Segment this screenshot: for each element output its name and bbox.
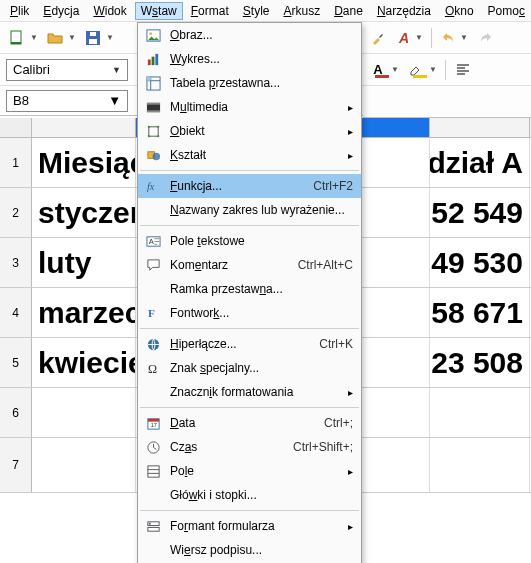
menu-narzedzia[interactable]: Narzędzia: [371, 2, 437, 20]
menu-item[interactable]: Pole▸: [138, 459, 361, 483]
row-head[interactable]: 3: [0, 238, 32, 287]
cell[interactable]: luty: [32, 238, 136, 287]
fx-icon: fx: [142, 177, 164, 195]
menu-item[interactable]: Formant formularza▸: [138, 514, 361, 538]
align-left-icon[interactable]: [454, 61, 472, 79]
menu-item-label: Formant formularza: [170, 519, 343, 533]
menu-item[interactable]: fxFunkcja...Ctrl+F2: [138, 174, 361, 198]
menu-wstaw[interactable]: Wstaw: [135, 2, 183, 20]
open-icon[interactable]: [44, 27, 66, 49]
cell[interactable]: 49 530: [430, 238, 530, 287]
cell[interactable]: styczeń: [32, 188, 136, 237]
menu-okno[interactable]: Okno: [439, 2, 480, 20]
menu-item[interactable]: Multimedia▸: [138, 95, 361, 119]
row-head[interactable]: 7: [0, 438, 32, 492]
menu-item[interactable]: Wykres...: [138, 47, 361, 71]
menu-item-label: Tabela przestawna...: [170, 76, 353, 90]
dropdown-icon[interactable]: ▼: [68, 33, 76, 42]
menu-format[interactable]: Format: [185, 2, 235, 20]
shape-icon: [142, 146, 164, 164]
comment-icon: [142, 256, 164, 274]
new-doc-icon[interactable]: [6, 27, 28, 49]
dropdown-icon[interactable]: ▼: [415, 33, 423, 42]
cell[interactable]: [430, 438, 530, 492]
menu-item-label: Czas: [170, 440, 293, 454]
row-head[interactable]: 2: [0, 188, 32, 237]
undo-icon[interactable]: [440, 29, 458, 47]
menu-item[interactable]: Kształt▸: [138, 143, 361, 167]
menu-item-label: Wykres...: [170, 52, 353, 66]
svg-rect-16: [147, 125, 149, 127]
chevron-down-icon: ▼: [108, 93, 121, 108]
menu-item[interactable]: Znacznik formatowania▸: [138, 380, 361, 404]
save-icon[interactable]: [82, 27, 104, 49]
menu-wstaw-dropdown: Obraz...Wykres...Tabela przestawna...Mul…: [137, 22, 362, 563]
cell[interactable]: [32, 388, 136, 437]
cell[interactable]: 23 508: [430, 338, 530, 387]
menu-pomoc[interactable]: Pomoc: [482, 2, 531, 20]
submenu-arrow-icon: ▸: [343, 150, 353, 161]
col-head-c[interactable]: [430, 118, 530, 137]
cell[interactable]: 58 671: [430, 288, 530, 337]
dropdown-icon[interactable]: ▼: [30, 33, 38, 42]
menu-plik[interactable]: Plik: [4, 2, 35, 20]
cell[interactable]: 52 549: [430, 188, 530, 237]
col-head-a[interactable]: [32, 118, 136, 137]
row-head[interactable]: 6: [0, 388, 32, 437]
menubar: Plik Edycja Widok Wstaw Format Style Ark…: [0, 0, 531, 22]
menu-item[interactable]: Ramka przestawna...: [138, 277, 361, 301]
menu-dane[interactable]: Dane: [328, 2, 369, 20]
menu-item-label: Wiersz podpisu...: [170, 543, 353, 557]
menu-item-label: Ramka przestawna...: [170, 282, 353, 296]
menu-item[interactable]: Obraz...: [138, 23, 361, 47]
menu-item[interactable]: ΩZnak specjalny...: [138, 356, 361, 380]
menu-item[interactable]: Nazwany zakres lub wyrażenie...: [138, 198, 361, 222]
row-head[interactable]: 1: [0, 138, 32, 187]
chevron-down-icon: ▼: [112, 65, 121, 75]
object-icon: [142, 122, 164, 140]
cell[interactable]: [32, 438, 136, 492]
menu-arkusz[interactable]: Arkusz: [277, 2, 326, 20]
menu-item[interactable]: Hiperłącze...Ctrl+K: [138, 332, 361, 356]
dropdown-icon[interactable]: ▼: [429, 65, 437, 74]
clear-format-icon[interactable]: A: [395, 29, 413, 47]
dropdown-icon[interactable]: ▼: [106, 33, 114, 42]
svg-rect-7: [147, 59, 150, 65]
cell-reference-value: B8: [13, 93, 29, 108]
menu-item-shortcut: Ctrl+K: [319, 337, 353, 351]
menu-item[interactable]: Wiersz podpisu...: [138, 538, 361, 562]
dropdown-icon[interactable]: ▼: [460, 33, 468, 42]
menu-item-shortcut: Ctrl+Alt+C: [298, 258, 353, 272]
menu-edycja[interactable]: Edycja: [37, 2, 85, 20]
cell[interactable]: kwiecień: [32, 338, 136, 387]
menu-item[interactable]: Obiekt▸: [138, 119, 361, 143]
cell-reference-box[interactable]: B8 ▼: [6, 90, 128, 112]
menu-item-label: Funkcja...: [170, 179, 313, 193]
brush-icon[interactable]: [369, 29, 387, 47]
menu-item[interactable]: FFontwork...: [138, 301, 361, 325]
cell[interactable]: Miesiąc: [32, 138, 136, 187]
menu-widok[interactable]: Widok: [87, 2, 132, 20]
redo-icon[interactable]: [476, 29, 494, 47]
cell[interactable]: Oddział A: [430, 138, 530, 187]
row-head[interactable]: 4: [0, 288, 32, 337]
font-name-combo[interactable]: Calibri ▼: [6, 59, 128, 81]
menu-style[interactable]: Style: [237, 2, 276, 20]
select-all-corner[interactable]: [0, 118, 32, 137]
menu-item[interactable]: CzasCtrl+Shift+;: [138, 435, 361, 459]
row-head[interactable]: 5: [0, 338, 32, 387]
menu-item[interactable]: Tabela przestawna...: [138, 71, 361, 95]
svg-rect-32: [147, 465, 158, 476]
form-icon: [142, 517, 164, 535]
menu-item[interactable]: 17DataCtrl+;: [138, 411, 361, 435]
dropdown-icon[interactable]: ▼: [391, 65, 399, 74]
menu-item[interactable]: KomentarzCtrl+Alt+C: [138, 253, 361, 277]
hyperlink-icon: [142, 335, 164, 353]
menu-item[interactable]: Główki i stopki...: [138, 483, 361, 507]
cell[interactable]: marzec: [32, 288, 136, 337]
svg-rect-14: [146, 110, 159, 112]
image-icon: [142, 26, 164, 44]
menu-item[interactable]: APole tekstowe: [138, 229, 361, 253]
cell[interactable]: [430, 388, 530, 437]
svg-rect-1: [11, 42, 21, 44]
